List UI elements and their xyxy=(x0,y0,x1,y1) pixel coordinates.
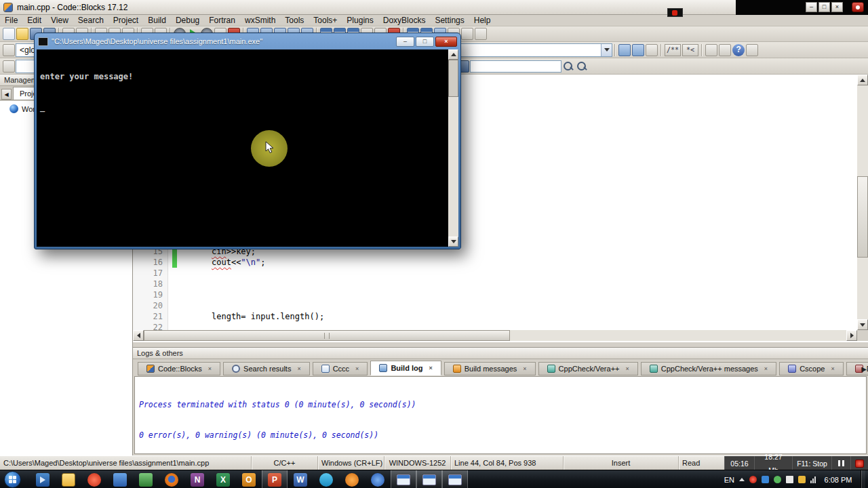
taskbar-green-app[interactable] xyxy=(133,470,159,488)
taskbar-media-player[interactable] xyxy=(30,470,56,488)
tab-cccc[interactable]: Cccc× xyxy=(313,362,368,375)
doxy-run-icon[interactable] xyxy=(705,44,717,56)
goto-declaration-icon[interactable] xyxy=(3,44,15,56)
console-minimize-button[interactable]: – xyxy=(396,37,414,47)
console-scrollbar[interactable] xyxy=(448,49,458,247)
tray-blue-icon[interactable] xyxy=(762,476,769,483)
tab-close-icon[interactable]: × xyxy=(208,365,212,372)
recorder-pause-button[interactable] xyxy=(831,456,850,470)
tab-codeblocks[interactable]: Code::Blocks× xyxy=(138,362,220,375)
taskbar-blue-ball-app[interactable] xyxy=(365,470,391,488)
taskbar-excel[interactable]: X xyxy=(210,470,236,488)
taskbar-blue-app[interactable] xyxy=(107,470,133,488)
bookmark-icon[interactable] xyxy=(3,60,15,73)
taskbar-skype[interactable] xyxy=(313,470,339,488)
tray-expand-icon[interactable] xyxy=(739,478,745,481)
menu-wxsmith[interactable]: wxSmith xyxy=(240,15,280,26)
console-scroll-thumb[interactable] xyxy=(448,60,458,97)
taskbar-onenote[interactable]: N xyxy=(184,470,210,488)
menu-help[interactable]: Help xyxy=(469,15,496,26)
wrench-icon[interactable] xyxy=(746,44,758,56)
scroll-down-icon[interactable] xyxy=(857,319,868,330)
doxy-block-comment-icon[interactable]: /** xyxy=(665,44,681,56)
menu-project[interactable]: Project xyxy=(108,15,143,26)
doxy-line-comment-icon[interactable]: *< xyxy=(682,44,698,56)
console-output-area[interactable]: enter your message! _ xyxy=(37,49,458,247)
show-desktop-button[interactable] xyxy=(861,470,865,488)
tab-close-icon[interactable]: × xyxy=(297,365,300,372)
help-icon[interactable]: ? xyxy=(732,44,745,56)
tray-green-icon[interactable] xyxy=(774,476,781,483)
menu-view[interactable]: View xyxy=(46,15,73,26)
taskbar-word[interactable]: W xyxy=(288,470,313,488)
logs-header[interactable]: Logs & others xyxy=(133,348,868,359)
tab-scroll-right-icon[interactable]: ▶ xyxy=(861,365,867,373)
tab-cppcheck-messages[interactable]: CppCheck/Vera++ messages× xyxy=(641,362,776,375)
network-icon[interactable] xyxy=(810,476,816,483)
menu-plugins[interactable]: Plugins xyxy=(342,15,378,26)
menu-fortran[interactable]: Fortran xyxy=(204,15,240,26)
tray-gold-icon[interactable] xyxy=(798,476,806,483)
tab-search-results[interactable]: Search results× xyxy=(223,362,310,375)
menu-file[interactable]: File xyxy=(0,15,22,26)
action-center-flag-icon[interactable] xyxy=(786,476,793,483)
panel-splitter[interactable] xyxy=(133,342,868,347)
start-button[interactable] xyxy=(4,471,21,488)
taskbar-app-window-1[interactable] xyxy=(391,470,416,488)
menu-tools[interactable]: Tools xyxy=(280,15,309,26)
hscroll-thumb[interactable] xyxy=(144,330,510,341)
doxy-view-icon[interactable] xyxy=(719,44,731,56)
menu-search[interactable]: Search xyxy=(73,15,108,26)
tray-red-icon[interactable] xyxy=(749,476,757,483)
tab-cppcheck[interactable]: CppCheck/Vera++× xyxy=(538,362,638,375)
tab-close-icon[interactable]: × xyxy=(831,365,834,372)
tab-cscope[interactable]: Cscope× xyxy=(779,362,844,375)
taskbar-orange-app[interactable] xyxy=(339,470,365,488)
menu-doxyblocks[interactable]: DoxyBlocks xyxy=(378,15,431,26)
detach-debugger-icon[interactable] xyxy=(475,28,487,40)
taskbar-outlook[interactable]: O xyxy=(236,470,262,488)
taskbar-red-app[interactable] xyxy=(81,470,107,488)
taskbar-app-window-3[interactable] xyxy=(442,470,468,488)
tab-close-icon[interactable]: × xyxy=(429,365,432,371)
minimize-button[interactable]: – xyxy=(806,2,817,12)
editor-hscrollbar[interactable] xyxy=(133,330,857,341)
menu-edit[interactable]: Edit xyxy=(22,15,46,26)
tab-scroll-left-icon[interactable]: ◀ xyxy=(1,89,12,100)
tab-close-icon[interactable]: × xyxy=(626,365,629,372)
console-window[interactable]: "C:\Users\Maged\Desktop\universe files\a… xyxy=(34,33,461,249)
attach-debugger-icon[interactable] xyxy=(461,28,473,40)
menu-build[interactable]: Build xyxy=(143,15,171,26)
debugger-window-icon[interactable] xyxy=(618,44,631,56)
console-titlebar[interactable]: "C:\Users\Maged\Desktop\universe files\a… xyxy=(35,33,460,49)
console-maximize-button[interactable]: □ xyxy=(416,37,434,47)
incremental-search-input[interactable] xyxy=(470,60,561,73)
close-button[interactable]: × xyxy=(831,2,843,12)
scroll-left-icon[interactable] xyxy=(133,330,144,341)
code-area[interactable]: 15cin>>key; 16cout<<"\n"; 17 18 19 20 21… xyxy=(133,246,857,333)
taskbar-firefox[interactable] xyxy=(159,470,184,488)
maximize-button[interactable]: □ xyxy=(818,2,830,12)
language-indicator[interactable]: EN xyxy=(724,476,734,484)
watch-icon[interactable] xyxy=(632,44,644,56)
recorder-stop-button[interactable] xyxy=(852,2,864,12)
search-highlight-icon[interactable] xyxy=(576,60,588,73)
recorder-record-button[interactable] xyxy=(850,456,868,470)
editor-vscrollbar[interactable] xyxy=(857,75,868,330)
scroll-down-icon[interactable] xyxy=(448,237,458,247)
menu-settings[interactable]: Settings xyxy=(430,15,469,26)
chevron-down-icon[interactable] xyxy=(601,44,612,56)
scroll-up-icon[interactable] xyxy=(448,49,458,60)
new-file-icon[interactable] xyxy=(3,28,15,40)
menu-tools-plus[interactable]: Tools+ xyxy=(309,15,342,26)
scroll-right-icon[interactable] xyxy=(846,330,857,341)
tab-build-messages[interactable]: Build messages× xyxy=(444,362,536,375)
tab-close-icon[interactable]: × xyxy=(523,365,526,372)
search-icon[interactable] xyxy=(562,60,574,73)
info-icon[interactable] xyxy=(646,44,658,56)
taskbar-app-window-2[interactable] xyxy=(416,470,442,488)
taskbar-explorer[interactable] xyxy=(56,470,81,488)
open-file-icon[interactable] xyxy=(16,28,28,40)
tab-close-icon[interactable]: × xyxy=(355,365,359,372)
scroll-up-icon[interactable] xyxy=(857,75,868,85)
